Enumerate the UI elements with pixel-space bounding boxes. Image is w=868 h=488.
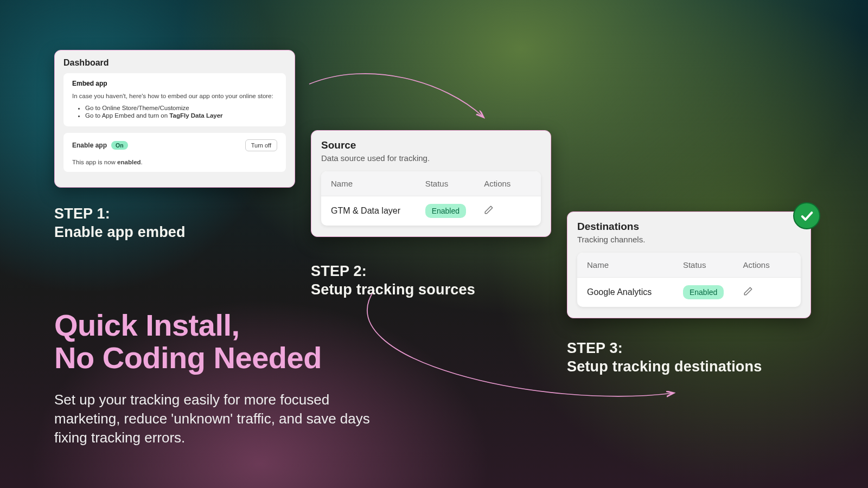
table-row: GTM & Data layer Enabled xyxy=(321,196,541,226)
enabled-badge: Enabled xyxy=(683,285,724,299)
embed-intro: In case you haven't, here's how to embed… xyxy=(72,93,277,99)
enable-app-panel: Enable app On Turn off This app is now e… xyxy=(63,133,286,172)
col-name: Name xyxy=(587,260,683,269)
headline-line-2: No Coding Needed xyxy=(54,342,391,374)
embed-heading: Embed app xyxy=(72,80,277,87)
source-card: Source Data source used for tracking. Na… xyxy=(311,130,551,237)
edit-icon[interactable] xyxy=(743,288,753,298)
enabled-badge: Enabled xyxy=(425,204,466,218)
turn-off-button[interactable]: Turn off xyxy=(245,139,277,151)
step-1-label: STEP 1: Enable app embed xyxy=(54,205,186,242)
table-row: Google Analytics Enabled xyxy=(577,278,801,307)
step-3-label: STEP 3: Setup tracking destinations xyxy=(567,339,762,376)
embed-bullet-2: Go to App Embed and turn on TagFly Data … xyxy=(85,112,277,119)
check-icon xyxy=(793,202,820,229)
source-table: Name Status Actions GTM & Data layer Ena… xyxy=(321,171,541,226)
enable-label: Enable app xyxy=(72,142,107,149)
col-status: Status xyxy=(425,179,484,188)
dashboard-card: Dashboard Embed app In case you haven't,… xyxy=(54,50,295,188)
headline-sub: Set up your tracking easily for more foc… xyxy=(54,390,391,447)
headline-block: Quick Install, No Coding Needed Set up y… xyxy=(54,309,391,447)
col-actions: Actions xyxy=(743,260,791,269)
row-name: GTM & Data layer xyxy=(331,206,425,216)
col-name: Name xyxy=(331,179,425,188)
dest-title: Destinations xyxy=(577,221,801,233)
enabled-status: This app is now enabled. xyxy=(72,159,277,165)
dest-subtitle: Tracking channels. xyxy=(577,235,801,244)
on-badge: On xyxy=(111,141,128,150)
embed-bullet-1: Go to Online Store/Theme/Customize xyxy=(85,105,277,111)
table-header: Name Status Actions xyxy=(577,253,801,278)
dashboard-title: Dashboard xyxy=(63,58,286,68)
table-header: Name Status Actions xyxy=(321,171,541,196)
col-actions: Actions xyxy=(484,179,531,188)
embed-app-panel: Embed app In case you haven't, here's ho… xyxy=(63,73,286,126)
source-title: Source xyxy=(321,139,541,151)
headline-line-1: Quick Install, xyxy=(54,309,391,342)
destinations-card: Destinations Tracking channels. Name Sta… xyxy=(567,211,811,318)
edit-icon[interactable] xyxy=(484,207,494,216)
source-subtitle: Data source used for tracking. xyxy=(321,153,541,163)
col-status: Status xyxy=(683,260,743,269)
dest-table: Name Status Actions Google Analytics Ena… xyxy=(577,253,801,307)
row-name: Google Analytics xyxy=(587,287,683,297)
step-2-label: STEP 2: Setup tracking sources xyxy=(311,262,475,299)
arrow-1 xyxy=(304,65,499,130)
